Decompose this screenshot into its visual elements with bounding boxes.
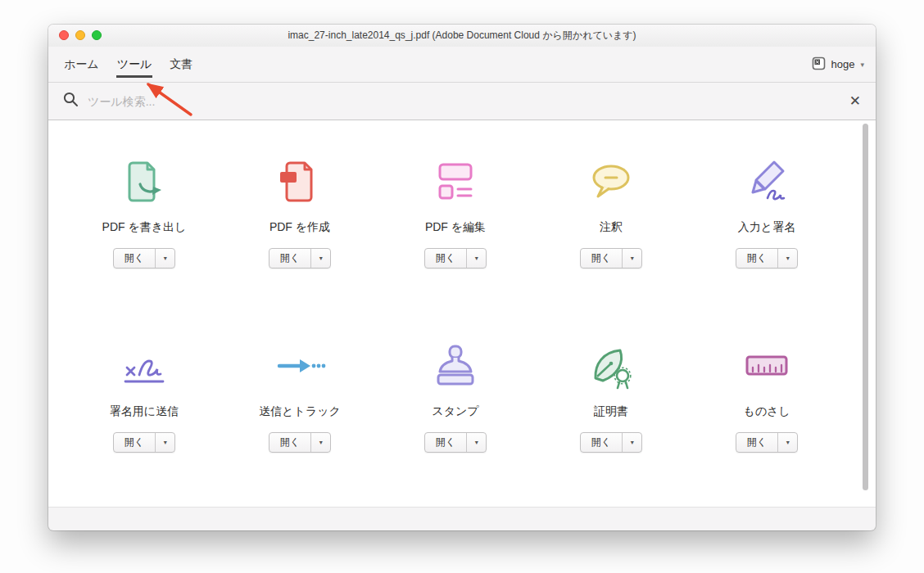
tab-tools[interactable]: ツール	[108, 47, 161, 82]
chevron-down-icon: ▾	[786, 255, 790, 262]
tool-label: 署名用に送信	[110, 404, 179, 419]
chevron-down-icon: ▾	[475, 439, 478, 446]
measure-icon[interactable]	[741, 332, 793, 399]
certificate-icon[interactable]	[585, 332, 637, 399]
open-button[interactable]: 開く	[114, 433, 155, 452]
zoom-window-button[interactable]	[92, 30, 102, 40]
tool-card: PDF を書き出し 開く ▾	[66, 148, 222, 268]
title-bar: imac_27-inch_late2014_qs_j.pdf (Adobe Do…	[48, 25, 876, 47]
open-button[interactable]: 開く	[581, 433, 622, 452]
tab-document[interactable]: 文書	[161, 47, 202, 82]
window-title: imac_27-inch_late2014_qs_j.pdf (Adobe Do…	[48, 25, 876, 47]
open-dropdown-button[interactable]: ▾	[466, 249, 486, 268]
tools-panel: PDF を書き出し 開く ▾ PDF を作成 開く	[48, 120, 876, 508]
chevron-down-icon: ▾	[860, 61, 864, 69]
tab-document-label: 文書	[170, 57, 192, 72]
tool-label: 入力と署名	[738, 220, 795, 235]
tool-search-bar: ✕	[48, 83, 876, 120]
open-dropdown-button[interactable]: ▾	[466, 433, 486, 452]
chevron-down-icon: ▾	[786, 439, 790, 446]
open-dropdown-button[interactable]: ▾	[310, 433, 330, 452]
tool-label: スタンプ	[432, 404, 478, 419]
close-window-button[interactable]	[59, 30, 69, 40]
open-button-group: 開く ▾	[269, 248, 331, 268]
send-and-track-icon[interactable]	[274, 332, 326, 399]
open-button[interactable]: 開く	[736, 249, 777, 268]
stamp-icon[interactable]	[429, 332, 482, 399]
open-dropdown-button[interactable]: ▾	[777, 433, 797, 452]
tool-card: PDF を作成 開く ▾	[222, 148, 378, 268]
open-dropdown-button[interactable]: ▾	[310, 249, 330, 268]
tools-grid: PDF を書き出し 開く ▾ PDF を作成 開く	[48, 120, 876, 453]
chevron-down-icon: ▾	[164, 255, 167, 262]
chevron-down-icon: ▾	[475, 255, 478, 262]
open-button[interactable]: 開く	[736, 433, 777, 452]
chevron-down-icon: ▾	[631, 439, 634, 446]
create-pdf-icon[interactable]	[274, 148, 326, 215]
tool-card: 注釈 開く ▾	[533, 148, 689, 268]
edit-pdf-icon[interactable]	[429, 148, 482, 215]
tool-label: ものさし	[743, 404, 790, 419]
open-button-group: 開く ▾	[424, 248, 487, 268]
tool-card: スタンプ 開く ▾	[378, 332, 533, 453]
account-name: hoge	[831, 58, 855, 70]
open-dropdown-button[interactable]: ▾	[777, 249, 797, 268]
close-icon[interactable]: ✕	[849, 94, 861, 108]
tool-card: PDF を編集 開く ▾	[378, 148, 533, 268]
tab-bar: ホーム ツール 文書 hoge ▾	[48, 47, 876, 83]
open-dropdown-button[interactable]: ▾	[622, 249, 641, 268]
minimize-window-button[interactable]	[75, 30, 85, 40]
open-button-group: 開く ▾	[580, 432, 642, 453]
tool-card: 証明書 開く ▾	[533, 332, 689, 453]
search-icon	[63, 92, 79, 111]
account-menu[interactable]: hoge ▾	[812, 47, 864, 82]
open-dropdown-button[interactable]: ▾	[155, 433, 174, 452]
tab-tools-label: ツール	[117, 57, 152, 72]
tool-card: 入力と署名 開く ▾	[689, 148, 845, 268]
open-button-group: 開く ▾	[113, 248, 175, 268]
open-button[interactable]: 開く	[425, 433, 466, 452]
tool-card: ものさし 開く ▾	[689, 332, 845, 453]
export-pdf-icon[interactable]	[118, 148, 170, 215]
chevron-down-icon: ▾	[319, 439, 323, 446]
open-button-group: 開く ▾	[269, 432, 331, 453]
tool-label: PDF を作成	[270, 220, 330, 235]
send-for-signature-icon[interactable]	[118, 332, 170, 399]
window-controls	[59, 30, 102, 40]
chevron-down-icon: ▾	[631, 255, 634, 262]
open-dropdown-button[interactable]: ▾	[155, 249, 174, 268]
chevron-down-icon: ▾	[164, 439, 167, 446]
tool-label: 送信とトラック	[259, 404, 341, 419]
tool-label: 注釈	[600, 220, 623, 235]
open-dropdown-button[interactable]: ▾	[622, 433, 641, 452]
scrollbar-thumb[interactable]	[863, 124, 868, 490]
open-button-group: 開く ▾	[113, 432, 175, 453]
open-button[interactable]: 開く	[425, 249, 466, 268]
open-button-group: 開く ▾	[424, 432, 487, 453]
open-button-group: 開く ▾	[580, 248, 642, 268]
vertical-scrollbar	[863, 124, 868, 502]
open-button[interactable]: 開く	[581, 249, 622, 268]
tool-label: 証明書	[594, 404, 628, 419]
account-app-icon	[812, 56, 826, 73]
tab-home-label: ホーム	[64, 57, 99, 72]
open-button[interactable]: 開く	[114, 249, 155, 268]
app-window: imac_27-inch_late2014_qs_j.pdf (Adobe Do…	[48, 25, 876, 530]
open-button[interactable]: 開く	[270, 433, 310, 452]
search-input[interactable]	[88, 95, 840, 108]
tool-card: 署名用に送信 開く ▾	[66, 332, 222, 453]
fill-and-sign-icon[interactable]	[741, 148, 793, 215]
tab-home[interactable]: ホーム	[55, 47, 108, 82]
tool-label: PDF を編集	[425, 220, 486, 235]
open-button[interactable]: 開く	[270, 249, 310, 268]
tool-label: PDF を書き出し	[102, 220, 187, 235]
open-button-group: 開く ▾	[736, 248, 798, 268]
open-button-group: 開く ▾	[736, 432, 798, 453]
chevron-down-icon: ▾	[319, 255, 323, 262]
comment-icon[interactable]	[585, 148, 637, 215]
tool-card: 送信とトラック 開く ▾	[222, 332, 378, 453]
